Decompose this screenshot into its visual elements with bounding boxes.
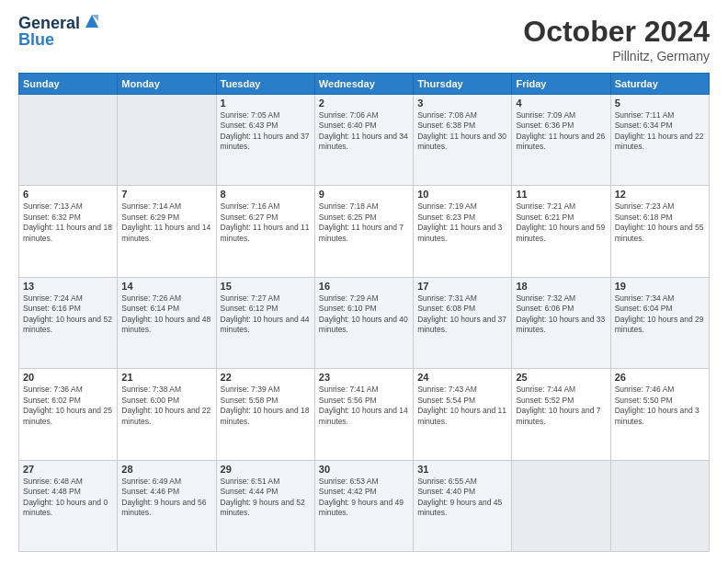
calendar-week-row: 1 Sunrise: 7:05 AMSunset: 6:43 PMDayligh… <box>19 95 710 186</box>
day-number: 15 <box>221 281 311 292</box>
day-info: Sunrise: 7:32 AMSunset: 6:06 PMDaylight:… <box>516 293 605 334</box>
day-info: Sunrise: 6:48 AMSunset: 4:48 PMDaylight:… <box>23 477 108 517</box>
day-number: 23 <box>319 372 409 383</box>
table-row: 21 Sunrise: 7:38 AMSunset: 6:00 PMDaylig… <box>118 369 216 460</box>
table-row <box>512 460 610 551</box>
day-info: Sunrise: 7:26 AMSunset: 6:14 PMDaylight:… <box>121 293 210 334</box>
day-info: Sunrise: 7:11 AMSunset: 6:34 PMDaylight:… <box>615 110 704 151</box>
day-info: Sunrise: 7:38 AMSunset: 6:00 PMDaylight:… <box>121 385 210 425</box>
title-area: October 2024 Pillnitz, Germany <box>523 15 710 63</box>
day-info: Sunrise: 7:46 AMSunset: 5:50 PMDaylight:… <box>615 385 700 425</box>
day-info: Sunrise: 7:29 AMSunset: 6:10 PMDaylight:… <box>319 293 408 334</box>
col-thursday: Thursday <box>414 74 512 95</box>
table-row: 1 Sunrise: 7:05 AMSunset: 6:43 PMDayligh… <box>216 95 314 186</box>
day-number: 21 <box>121 372 211 383</box>
day-number: 16 <box>319 281 409 292</box>
day-number: 25 <box>516 372 606 383</box>
calendar-week-row: 27 Sunrise: 6:48 AMSunset: 4:48 PMDaylig… <box>19 460 710 551</box>
day-number: 1 <box>221 98 311 109</box>
col-friday: Friday <box>512 74 610 95</box>
table-row: 2 Sunrise: 7:06 AMSunset: 6:40 PMDayligh… <box>314 95 413 186</box>
calendar-week-row: 20 Sunrise: 7:36 AMSunset: 6:02 PMDaylig… <box>19 369 710 460</box>
day-info: Sunrise: 6:53 AMSunset: 4:42 PMDaylight:… <box>319 477 404 517</box>
table-row: 9 Sunrise: 7:18 AMSunset: 6:25 PMDayligh… <box>314 186 413 277</box>
day-number: 12 <box>615 189 705 200</box>
day-info: Sunrise: 7:44 AMSunset: 5:52 PMDaylight:… <box>516 385 600 425</box>
day-number: 28 <box>121 464 211 475</box>
day-number: 5 <box>615 98 705 109</box>
table-row: 7 Sunrise: 7:14 AMSunset: 6:29 PMDayligh… <box>118 186 216 277</box>
day-info: Sunrise: 7:19 AMSunset: 6:23 PMDaylight:… <box>417 201 502 242</box>
day-number: 18 <box>516 281 606 292</box>
table-row: 26 Sunrise: 7:46 AMSunset: 5:50 PMDaylig… <box>610 369 709 460</box>
header: General Blue October 2024 Pillnitz, Germ… <box>18 15 710 63</box>
day-number: 19 <box>615 281 705 292</box>
day-info: Sunrise: 7:31 AMSunset: 6:08 PMDaylight:… <box>417 293 506 334</box>
day-number: 14 <box>121 281 211 292</box>
month-title: October 2024 <box>523 15 710 49</box>
table-row: 5 Sunrise: 7:11 AMSunset: 6:34 PMDayligh… <box>610 95 709 186</box>
day-info: Sunrise: 7:21 AMSunset: 6:21 PMDaylight:… <box>516 201 605 242</box>
table-row: 11 Sunrise: 7:21 AMSunset: 6:21 PMDaylig… <box>512 186 610 277</box>
table-row: 24 Sunrise: 7:43 AMSunset: 5:54 PMDaylig… <box>414 369 512 460</box>
table-row <box>118 95 216 186</box>
table-row: 6 Sunrise: 7:13 AMSunset: 6:32 PMDayligh… <box>19 186 118 277</box>
table-row: 16 Sunrise: 7:29 AMSunset: 6:10 PMDaylig… <box>314 277 413 368</box>
table-row: 14 Sunrise: 7:26 AMSunset: 6:14 PMDaylig… <box>118 277 216 368</box>
col-wednesday: Wednesday <box>314 74 413 95</box>
day-number: 8 <box>221 189 311 200</box>
day-info: Sunrise: 7:39 AMSunset: 5:58 PMDaylight:… <box>221 385 310 425</box>
logo-blue: Blue <box>18 31 102 50</box>
day-info: Sunrise: 6:51 AMSunset: 4:44 PMDaylight:… <box>221 477 305 517</box>
table-row: 30 Sunrise: 6:53 AMSunset: 4:42 PMDaylig… <box>314 460 413 551</box>
day-number: 24 <box>417 372 507 383</box>
table-row: 17 Sunrise: 7:31 AMSunset: 6:08 PMDaylig… <box>414 277 512 368</box>
day-number: 2 <box>319 98 409 109</box>
logo-icon <box>82 11 102 31</box>
table-row: 18 Sunrise: 7:32 AMSunset: 6:06 PMDaylig… <box>512 277 610 368</box>
day-info: Sunrise: 7:05 AMSunset: 6:43 PMDaylight:… <box>221 110 310 151</box>
table-row: 27 Sunrise: 6:48 AMSunset: 4:48 PMDaylig… <box>19 460 118 551</box>
day-number: 30 <box>319 464 409 475</box>
day-number: 17 <box>417 281 507 292</box>
col-sunday: Sunday <box>19 74 118 95</box>
day-number: 22 <box>221 372 311 383</box>
table-row: 10 Sunrise: 7:19 AMSunset: 6:23 PMDaylig… <box>414 186 512 277</box>
day-info: Sunrise: 7:36 AMSunset: 6:02 PMDaylight:… <box>23 385 112 425</box>
col-saturday: Saturday <box>610 74 709 95</box>
table-row: 31 Sunrise: 6:55 AMSunset: 4:40 PMDaylig… <box>414 460 512 551</box>
day-info: Sunrise: 7:06 AMSunset: 6:40 PMDaylight:… <box>319 110 408 151</box>
day-number: 29 <box>221 464 311 475</box>
day-info: Sunrise: 7:14 AMSunset: 6:29 PMDaylight:… <box>121 201 210 242</box>
day-number: 11 <box>516 189 606 200</box>
day-number: 3 <box>417 98 507 109</box>
day-number: 20 <box>23 372 113 383</box>
day-info: Sunrise: 7:13 AMSunset: 6:32 PMDaylight:… <box>23 201 112 242</box>
calendar-table: Sunday Monday Tuesday Wednesday Thursday… <box>18 73 710 552</box>
table-row: 19 Sunrise: 7:34 AMSunset: 6:04 PMDaylig… <box>610 277 709 368</box>
table-row: 29 Sunrise: 6:51 AMSunset: 4:44 PMDaylig… <box>216 460 314 551</box>
day-number: 13 <box>23 281 113 292</box>
table-row: 23 Sunrise: 7:41 AMSunset: 5:56 PMDaylig… <box>314 369 413 460</box>
table-row: 12 Sunrise: 7:23 AMSunset: 6:18 PMDaylig… <box>610 186 709 277</box>
table-row: 13 Sunrise: 7:24 AMSunset: 6:16 PMDaylig… <box>19 277 118 368</box>
table-row: 25 Sunrise: 7:44 AMSunset: 5:52 PMDaylig… <box>512 369 610 460</box>
day-info: Sunrise: 7:43 AMSunset: 5:54 PMDaylight:… <box>417 385 506 425</box>
page: General Blue October 2024 Pillnitz, Germ… <box>0 0 728 563</box>
day-number: 27 <box>23 464 113 475</box>
logo: General Blue <box>18 15 102 50</box>
day-number: 7 <box>121 189 211 200</box>
table-row: 28 Sunrise: 6:49 AMSunset: 4:46 PMDaylig… <box>118 460 216 551</box>
location: Pillnitz, Germany <box>523 49 710 63</box>
day-number: 6 <box>23 189 113 200</box>
day-info: Sunrise: 7:41 AMSunset: 5:56 PMDaylight:… <box>319 385 408 425</box>
table-row <box>610 460 709 551</box>
table-row: 3 Sunrise: 7:08 AMSunset: 6:38 PMDayligh… <box>414 95 512 186</box>
day-info: Sunrise: 6:49 AMSunset: 4:46 PMDaylight:… <box>121 477 206 517</box>
day-info: Sunrise: 7:16 AMSunset: 6:27 PMDaylight:… <box>221 201 310 242</box>
day-number: 9 <box>319 189 409 200</box>
table-row: 20 Sunrise: 7:36 AMSunset: 6:02 PMDaylig… <box>19 369 118 460</box>
table-row <box>19 95 118 186</box>
table-row: 22 Sunrise: 7:39 AMSunset: 5:58 PMDaylig… <box>216 369 314 460</box>
day-info: Sunrise: 7:08 AMSunset: 6:38 PMDaylight:… <box>417 110 506 151</box>
